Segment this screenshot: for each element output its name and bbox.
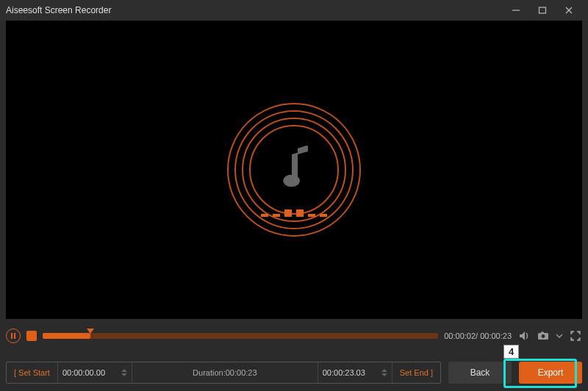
start-time-value: 00:00:00.00 bbox=[62, 368, 105, 377]
maximize-button[interactable] bbox=[529, 0, 556, 21]
playhead-marker[interactable] bbox=[87, 329, 94, 334]
bottom-bar: [ Set Start 00:00:00.00 Duration:00:00:2… bbox=[6, 362, 582, 384]
pause-button[interactable] bbox=[6, 329, 21, 343]
set-end-button[interactable]: Set End ] bbox=[392, 362, 440, 383]
svg-point-10 bbox=[542, 334, 545, 338]
close-button[interactable] bbox=[556, 0, 582, 21]
back-button[interactable]: Back bbox=[448, 362, 512, 384]
audio-visualizer bbox=[220, 96, 368, 243]
minimize-button[interactable] bbox=[503, 0, 529, 21]
progress-slider[interactable] bbox=[43, 332, 438, 340]
snapshot-dropdown[interactable] bbox=[556, 329, 563, 342]
end-time-value: 00:00:23.03 bbox=[323, 368, 365, 377]
fullscreen-button[interactable] bbox=[569, 329, 582, 342]
volume-button[interactable] bbox=[517, 329, 531, 342]
titlebar: Aiseesoft Screen Recorder bbox=[0, 0, 588, 21]
export-button[interactable]: Export bbox=[519, 362, 582, 384]
snapshot-button[interactable] bbox=[537, 329, 550, 342]
svg-point-8 bbox=[284, 175, 300, 187]
duration-display: Duration:00:00:23 bbox=[132, 362, 318, 383]
time-display: 00:00:02/ 00:00:23 bbox=[444, 331, 512, 340]
equalizer-icon bbox=[261, 209, 327, 217]
set-start-button[interactable]: [ Set Start bbox=[7, 362, 58, 383]
start-time-field[interactable]: 00:00:00.00 bbox=[58, 362, 132, 383]
start-time-spinner[interactable] bbox=[121, 364, 129, 381]
app-title: Aiseesoft Screen Recorder bbox=[6, 5, 503, 15]
svg-rect-1 bbox=[539, 7, 546, 13]
stop-button[interactable] bbox=[26, 331, 37, 341]
preview-area bbox=[6, 21, 582, 319]
playback-bar: 00:00:02/ 00:00:23 bbox=[6, 323, 582, 348]
music-note-icon bbox=[276, 144, 312, 196]
end-time-spinner[interactable] bbox=[381, 364, 389, 381]
pause-icon bbox=[11, 333, 15, 339]
trim-group: [ Set Start 00:00:00.00 Duration:00:00:2… bbox=[6, 362, 441, 384]
svg-rect-11 bbox=[541, 332, 544, 334]
end-time-field[interactable]: 00:00:23.03 bbox=[318, 362, 392, 383]
